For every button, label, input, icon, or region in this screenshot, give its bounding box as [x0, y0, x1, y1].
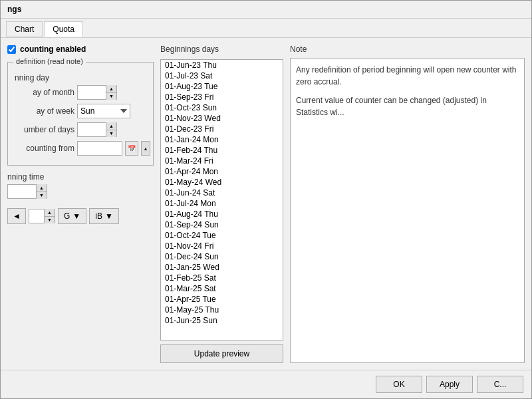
beginning-time-spinner[interactable]: 0:00 ▲ ▼: [7, 184, 47, 199]
left-btn[interactable]: ◄: [7, 208, 26, 224]
number-of-days-spinner[interactable]: 1 ▲ ▼: [77, 122, 117, 137]
toolbar-spinner-up[interactable]: ▲: [44, 209, 55, 217]
list-item[interactable]: 01-Jan-24 Mon: [161, 134, 283, 145]
day-of-month-up[interactable]: ▲: [106, 85, 116, 93]
counting-from-input-group: 28-Jun -23 📅 ▲: [77, 141, 150, 156]
counting-from-row: counting from 28-Jun -23 📅 ▲: [15, 141, 146, 156]
counting-from-label: counting from: [15, 144, 74, 153]
cancel-button[interactable]: C...: [477, 376, 523, 393]
counting-enabled-row: counting enabled: [7, 45, 154, 54]
list-item[interactable]: 01-Nov-23 Wed: [161, 113, 283, 124]
counting-from-input[interactable]: 28-Jun -23: [77, 141, 122, 156]
middle-panel: Beginnings days 01-Jun-23 Thu01-Jul-23 S…: [160, 45, 283, 363]
beginning-time-input[interactable]: 0:00: [8, 187, 36, 196]
day-of-month-spinner[interactable]: 1 ▲ ▼: [77, 85, 117, 100]
list-item[interactable]: 01-Sep-24 Sun: [161, 219, 283, 230]
ib-button[interactable]: iB ▼: [89, 208, 119, 224]
beginnings-days-label: Beginnings days: [160, 45, 283, 54]
tab-quota[interactable]: Quota: [44, 21, 83, 37]
beginnings-days-list[interactable]: 01-Jun-23 Thu01-Jul-23 Sat01-Aug-23 Tue0…: [160, 59, 283, 340]
list-item[interactable]: 01-Oct-24 Tue: [161, 230, 283, 241]
definition-group: definition (read note) nning day ay of m…: [7, 62, 154, 166]
dialog-title: ngs: [7, 5, 21, 14]
list-item[interactable]: 01-Jun-25 Sun: [161, 315, 283, 326]
ib-chevron-icon: ▼: [105, 211, 113, 221]
number-of-days-down[interactable]: ▼: [106, 130, 116, 138]
counting-enabled-checkbox[interactable]: [7, 45, 16, 54]
number-of-days-label: umber of days: [15, 125, 74, 134]
list-item[interactable]: 01-Aug-24 Thu: [161, 209, 283, 219]
toolbar-spinner-down[interactable]: ▼: [44, 217, 55, 224]
calendar-button[interactable]: 📅: [125, 141, 138, 156]
beginning-time-up[interactable]: ▲: [36, 184, 47, 192]
number-of-days-input[interactable]: 1: [78, 125, 106, 134]
list-item[interactable]: 01-Jun-24 Sat: [161, 188, 283, 198]
left-panel: counting enabled definition (read note) …: [7, 45, 154, 363]
day-of-week-label: ay of week: [15, 106, 74, 116]
list-item[interactable]: 01-Apr-25 Tue: [161, 294, 283, 305]
day-of-week-select[interactable]: Sun Mon Tue Wed Thu Fri Sat: [77, 104, 130, 118]
g-chevron-icon: ▼: [72, 211, 80, 221]
counting-enabled-label: counting enabled: [20, 45, 86, 54]
bottom-toolbar: ◄ ▲ ▼ G ▼ iB ▼: [7, 208, 154, 224]
number-of-days-up[interactable]: ▲: [106, 122, 116, 130]
ok-button[interactable]: OK: [376, 376, 422, 393]
dialog: ngs Chart Quota counting enabled definit…: [0, 0, 532, 399]
list-item[interactable]: 01-Jan-25 Wed: [161, 262, 283, 273]
list-item[interactable]: 01-Feb-24 Thu: [161, 145, 283, 156]
day-of-month-row: ay of month 1 ▲ ▼: [15, 85, 146, 100]
g-button[interactable]: G ▼: [58, 208, 86, 224]
day-of-month-label: ay of month: [15, 88, 74, 97]
beginning-time-section: nning time 0:00 ▲ ▼: [7, 172, 154, 199]
list-item[interactable]: 01-Jul-24 Mon: [161, 198, 283, 209]
main-content: counting enabled definition (read note) …: [1, 38, 531, 370]
footer: OK Apply C...: [1, 370, 531, 398]
list-item[interactable]: 01-Apr-24 Mon: [161, 166, 283, 177]
tab-bar: Chart Quota: [1, 19, 531, 38]
list-item[interactable]: 01-Mar-25 Sat: [161, 283, 283, 294]
group-legend: definition (read note): [13, 57, 86, 65]
list-item[interactable]: 01-Sep-23 Fri: [161, 92, 283, 102]
list-item[interactable]: 01-Jun-23 Thu: [161, 60, 283, 70]
list-item[interactable]: 01-May-25 Thu: [161, 305, 283, 315]
apply-button[interactable]: Apply: [426, 376, 473, 393]
tab-chart[interactable]: Chart: [6, 21, 43, 37]
update-preview-button[interactable]: Update preview: [160, 344, 283, 363]
list-item[interactable]: 01-Feb-25 Sat: [161, 273, 283, 283]
list-item[interactable]: 01-Aug-23 Tue: [161, 81, 283, 92]
list-item[interactable]: 01-Dec-23 Fri: [161, 124, 283, 134]
list-item[interactable]: 01-Oct-23 Sun: [161, 102, 283, 113]
day-of-week-row: ay of week Sun Mon Tue Wed Thu Fri Sat: [15, 104, 146, 118]
counting-from-up[interactable]: ▲: [141, 141, 150, 156]
note-label: Note: [290, 45, 525, 54]
number-of-days-row: umber of days 1 ▲ ▼: [15, 122, 146, 137]
title-bar: ngs: [1, 1, 531, 19]
beginning-day-label: nning day: [15, 73, 146, 82]
day-of-month-down[interactable]: ▼: [106, 93, 116, 100]
list-item[interactable]: 01-Dec-24 Sun: [161, 251, 283, 262]
note-text-1: Any redefinition of period beginning wil…: [296, 64, 519, 88]
list-item[interactable]: 01-Jul-23 Sat: [161, 70, 283, 81]
beginning-time-section-label: nning time: [7, 172, 154, 182]
toolbar-spinner[interactable]: ▲ ▼: [29, 209, 55, 223]
right-panel: Note Any redefinition of period beginnin…: [290, 45, 525, 363]
toolbar-spinner-input[interactable]: [29, 211, 44, 221]
beginning-time-down[interactable]: ▼: [36, 192, 47, 200]
list-item[interactable]: 01-Nov-24 Fri: [161, 241, 283, 251]
day-of-month-input[interactable]: 1: [78, 88, 106, 97]
note-box: Any redefinition of period beginning wil…: [290, 58, 525, 363]
note-text-2: Current value of counter can be changed …: [296, 94, 519, 118]
list-item[interactable]: 01-May-24 Wed: [161, 177, 283, 188]
list-item[interactable]: 01-Mar-24 Fri: [161, 156, 283, 166]
